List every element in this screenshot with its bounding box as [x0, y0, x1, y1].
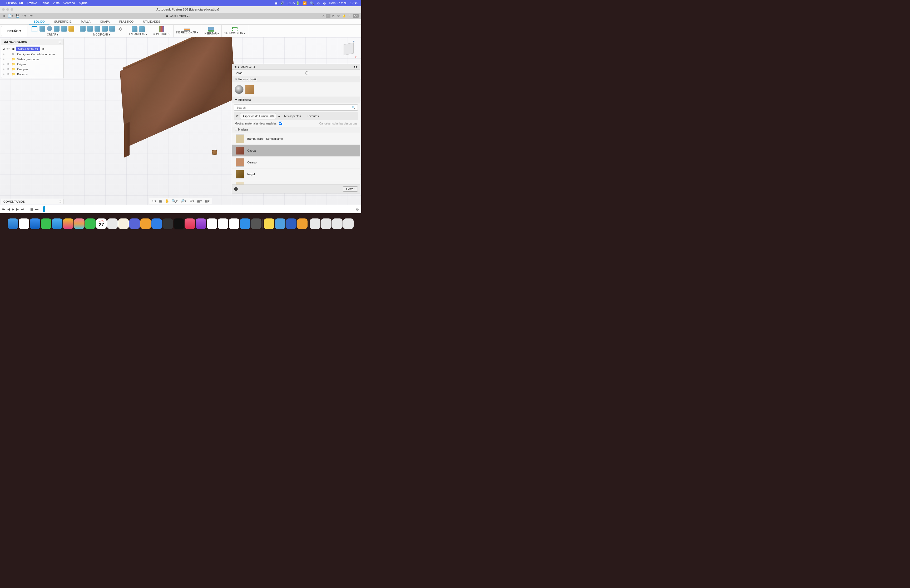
search-field[interactable]: 🔍 [234, 105, 358, 111]
revolve-icon[interactable] [47, 26, 52, 31]
pin-icon[interactable]: ⬚ [59, 200, 61, 203]
tab-utilidades[interactable]: UTILIDADES [138, 19, 165, 24]
battery-status[interactable]: 61 % 🔋 [288, 1, 300, 5]
in-design-section[interactable]: ▼ En este diseño [232, 76, 360, 82]
construct-icon[interactable] [159, 26, 164, 32]
material-nogal[interactable]: Nogal [232, 168, 360, 180]
insert-icon[interactable] [208, 27, 214, 32]
date[interactable]: Dom 27 mar. [329, 1, 347, 5]
viewport-icon[interactable]: ▦▾ [205, 199, 210, 203]
redo-icon[interactable]: ↷▾ [29, 14, 33, 18]
select-icon[interactable] [232, 27, 238, 31]
record-icon[interactable]: ◉ [275, 1, 277, 5]
dock-reminders[interactable] [118, 218, 129, 229]
expand-icon[interactable]: ▷ [3, 73, 5, 75]
timeline-next-icon[interactable]: ▶ [16, 207, 19, 211]
material-caoba[interactable]: Caoba [232, 145, 360, 157]
expand-icon[interactable]: ◢ [3, 48, 5, 50]
library-section[interactable]: ▼ Biblioteca [232, 97, 360, 103]
tab-solido[interactable]: SÓLIDO [29, 19, 50, 24]
menu-archivo[interactable]: Archivo [27, 1, 37, 5]
dock-recent-1[interactable] [264, 218, 274, 229]
info-icon[interactable]: i [234, 187, 238, 191]
traffic-lights[interactable] [2, 8, 13, 11]
menu-editar[interactable]: Editar [41, 1, 49, 5]
comments-bar[interactable]: COMENTARIOS ⬚ [1, 199, 64, 204]
tree-item-origin[interactable]: ▷ 👁 📁 Origen [1, 61, 63, 66]
expand-icon[interactable]: ▷ [3, 63, 5, 65]
menu-vista[interactable]: Vista [53, 1, 60, 5]
emboss-icon[interactable] [68, 26, 74, 32]
save-icon[interactable]: 💾 [16, 14, 19, 18]
grid-icon[interactable]: ▦▾ [197, 199, 202, 203]
dock-appstore[interactable] [240, 218, 251, 229]
timeline-sketch-item[interactable]: ▦ [30, 207, 33, 211]
dock-music[interactable] [184, 218, 195, 229]
cancel-downloads[interactable]: Cancelar todas las descargas [319, 122, 357, 125]
time[interactable]: 17:45 [350, 1, 358, 5]
swatch-wood[interactable] [245, 85, 254, 94]
joint-icon[interactable] [139, 26, 145, 32]
timeline-settings-icon[interactable]: ⚙ [356, 207, 359, 212]
dock-podcasts[interactable] [196, 218, 206, 229]
inspect-icon[interactable] [184, 28, 191, 31]
chamfer-icon[interactable] [95, 26, 100, 32]
material-list[interactable]: Bambú claro - Semibrillante Caoba Cerezo… [232, 133, 360, 184]
dock-recent-word[interactable] [286, 218, 296, 229]
navigator-header[interactable]: ◀◀ NAVEGADOR ⬚ [1, 39, 63, 45]
dock-notes[interactable] [207, 218, 217, 229]
shell-icon[interactable] [102, 26, 108, 32]
dock-folder-2[interactable] [321, 218, 331, 229]
volume-icon[interactable]: 🔊 [280, 1, 284, 5]
help-icon[interactable]: ? [349, 14, 350, 17]
fillet-icon[interactable] [87, 26, 93, 32]
extensions-icon[interactable]: ◔ [332, 14, 335, 18]
expand-icon[interactable]: ▷ [3, 58, 5, 60]
dock-pages[interactable] [229, 218, 239, 229]
faces-radio[interactable] [305, 71, 308, 74]
dock-folder-1[interactable] [310, 218, 320, 229]
tab-chapa[interactable]: CHAPA [95, 19, 115, 24]
material-pino[interactable]: Pino [232, 180, 360, 184]
expand-icon[interactable]: ▶▶ [354, 65, 358, 68]
dock-mail[interactable] [52, 218, 62, 229]
assemble-icon[interactable] [132, 26, 137, 32]
sweep-icon[interactable] [54, 26, 60, 32]
tree-item-config[interactable]: ▷ ⚙ Configuración del documento [1, 52, 63, 57]
menu-ayuda[interactable]: Ayuda [79, 1, 88, 5]
dock-trash[interactable] [343, 218, 354, 229]
viewport[interactable]: ◀◀ NAVEGADOR ⬚ ◢ 👁 ▣ Cara Frontal v1 ◉ ▷… [0, 37, 361, 205]
tab-plastico[interactable]: PLÁSTICO [115, 19, 138, 24]
visibility-icon[interactable]: 👁 [6, 63, 10, 66]
view-cube[interactable] [339, 40, 357, 58]
dock-tv[interactable] [173, 218, 184, 229]
category-row[interactable]: ▢ Madera [232, 127, 360, 133]
user-avatar[interactable]: AH [353, 14, 359, 18]
dock-calendar[interactable]: MAR.27 [96, 218, 107, 229]
spotlight-icon[interactable]: 🔍 [310, 1, 314, 5]
search-icon[interactable]: 🔍 [352, 106, 356, 109]
job-status-icon[interactable]: ⟳ [337, 14, 339, 18]
timeline-marker[interactable] [43, 206, 45, 212]
radio-icon[interactable]: ◉ [42, 47, 45, 50]
data-panel-icon[interactable]: ▦ [3, 14, 5, 18]
fit-icon[interactable]: 🔎▾ [180, 199, 186, 203]
design-workspace-button[interactable]: DISEÑO ▾ [1, 26, 27, 36]
material-cerezo[interactable]: Cerezo [232, 157, 360, 168]
draft-icon[interactable] [109, 26, 115, 32]
visibility-icon[interactable]: 👁 [6, 47, 10, 50]
menu-ventana[interactable]: Ventana [63, 1, 75, 5]
dock-numbers[interactable] [218, 218, 228, 229]
tree-item-bodies[interactable]: ▷ 👁 📁 Cuerpos [1, 66, 63, 72]
refresh-icon[interactable]: ⟳ [236, 115, 239, 118]
dock-fusion[interactable] [141, 218, 151, 229]
document-tab[interactable]: ▣ Cara Frontal v1 [34, 14, 321, 18]
extrude-icon[interactable] [39, 26, 45, 32]
timeline-prev-icon[interactable]: ◀ [7, 207, 10, 211]
wifi-icon[interactable]: 📶 [303, 1, 307, 5]
press-pull-icon[interactable] [80, 26, 86, 32]
tree-item-sketches[interactable]: ▷ 👁 📁 Bocetos [1, 72, 63, 77]
dock-photos[interactable] [74, 218, 84, 229]
swatch-metal[interactable] [234, 85, 244, 94]
app-name[interactable]: Fusion 360 [6, 1, 23, 5]
